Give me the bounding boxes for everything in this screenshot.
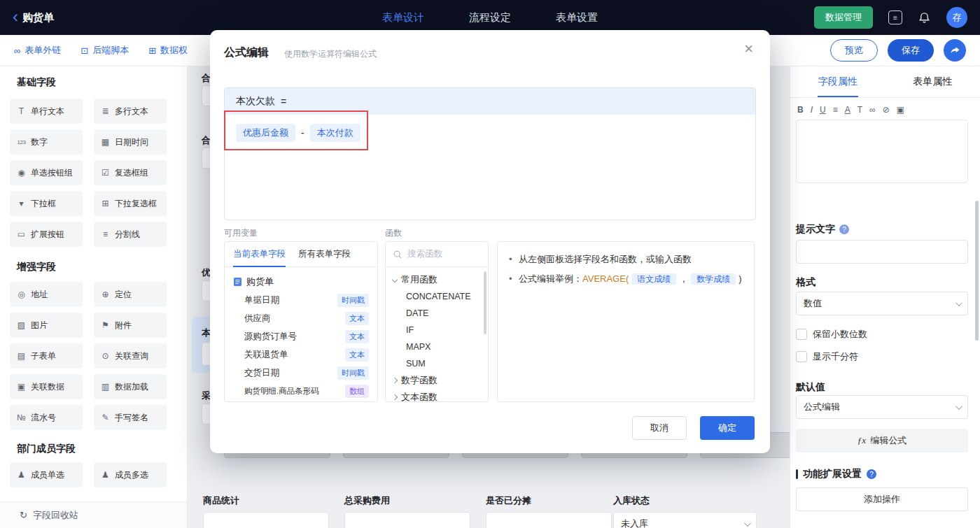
field-item-label: 分割线 (115, 229, 140, 241)
function-item[interactable]: MAPX (393, 338, 481, 355)
field-item-location[interactable]: ⊕定位 (94, 282, 167, 307)
tab-all-form-fields[interactable]: 所有表单字段 (298, 248, 351, 260)
field-item-related-data[interactable]: ▣关联数据 (10, 374, 83, 399)
field-item-label: 成员单选 (31, 469, 64, 481)
confirm-button[interactable]: 确定 (700, 416, 755, 440)
field-input[interactable] (486, 512, 612, 528)
field-input[interactable] (203, 512, 329, 528)
field-item-divider[interactable]: ≡分割线 (94, 222, 167, 247)
edit-formula-button[interactable]: ƒx 编辑公式 (796, 429, 968, 452)
field-input[interactable] (344, 512, 470, 528)
field-item-signature[interactable]: ✎手写签名 (94, 405, 167, 430)
help-icon[interactable]: ? (839, 224, 849, 234)
align-icon[interactable]: ≡ (833, 105, 838, 115)
variable-row[interactable]: 关联退货单 文本 (233, 345, 369, 364)
function-search[interactable]: 搜索函数 (386, 242, 488, 267)
formula-input-area[interactable]: 优惠后金额 - 本次付款 (225, 115, 755, 220)
tab-field-properties[interactable]: 字段属性 (790, 66, 886, 97)
field-item-image[interactable]: ▨图片 (10, 313, 83, 338)
field-item-data-load[interactable]: ▥数据加载 (94, 374, 167, 399)
save-button[interactable]: 保存 (888, 39, 934, 62)
bold-icon[interactable]: B (797, 105, 804, 115)
field-item-dropdown-checkbox[interactable]: ⊞下拉复选框 (94, 191, 167, 216)
font-size-icon[interactable]: T (858, 105, 862, 115)
variable-row[interactable]: 购货明细.商品条形码 数组 (233, 382, 369, 400)
app-switch-icon[interactable]: ≡ (888, 10, 902, 24)
field-item-related-query[interactable]: ⊙关联查询 (94, 343, 167, 369)
data-manage-button[interactable]: 数据管理 (814, 6, 873, 29)
field-item-label: 关联数据 (31, 381, 64, 393)
tab-form-design[interactable]: 表单设计 (382, 11, 424, 24)
field-item-subform[interactable]: ▤子表单 (10, 343, 83, 369)
font-color-icon[interactable]: A (845, 105, 850, 115)
field-item-checkbox-group[interactable]: ☑复选框组 (94, 160, 167, 185)
field-item-datetime[interactable]: ▦日期时间 (94, 129, 167, 155)
tab-flow-settings[interactable]: 流程设定 (469, 11, 511, 24)
field-title-editor[interactable] (796, 120, 968, 183)
field-item-member-multi[interactable]: ♟成员多选 (94, 462, 167, 487)
external-link-button[interactable]: ∞ 表单外链 (14, 44, 61, 57)
function-item[interactable]: DATE (393, 305, 481, 322)
field-item-address[interactable]: ◎地址 (10, 282, 83, 307)
default-value-label: 默认值 (796, 381, 825, 394)
field-item-extend-button[interactable]: ▭扩展按钮 (10, 222, 83, 247)
scrollbar[interactable] (484, 271, 486, 334)
variable-row[interactable]: 供应商 文本 (233, 309, 369, 327)
tab-form-properties[interactable]: 表单属性 (886, 66, 980, 97)
close-icon[interactable]: × (744, 41, 753, 57)
example-label: 公式编辑举例： (519, 273, 582, 284)
chevron-right-icon (392, 378, 398, 383)
member-fields-grid: ♟成员单选 ♟成员多选 (10, 462, 167, 487)
function-group-math[interactable]: 数学函数 (393, 372, 481, 389)
variable-name: 关联退货单 (244, 349, 288, 361)
bell-icon[interactable] (918, 11, 931, 24)
variable-row[interactable]: 交货日期 时间戳 (233, 364, 369, 382)
keep-decimals-checkbox[interactable]: 保留小数位数 (796, 328, 867, 341)
data-grid-icon: ⊞ (148, 45, 156, 56)
tree-root-purchase-order[interactable]: 购货单 (233, 273, 369, 291)
function-item[interactable]: SUM (393, 355, 481, 372)
unlink-icon[interactable]: ⊘ (883, 105, 890, 115)
function-group-common[interactable]: 常用函数 (393, 271, 481, 288)
function-item[interactable]: CONCATENATE (393, 288, 481, 305)
field-item-multi-line-text[interactable]: ≣多行文本 (94, 99, 167, 124)
function-item[interactable]: IF (393, 322, 481, 338)
variable-row[interactable]: 源购货订单号 文本 (233, 327, 369, 345)
help-icon[interactable]: ? (867, 469, 876, 479)
storage-status-select[interactable]: 未入库 (613, 512, 757, 528)
thousands-separator-checkbox[interactable]: 显示千分符 (796, 350, 858, 363)
format-select[interactable]: 数值 (796, 292, 968, 315)
add-action-button[interactable]: 添加操作 (796, 487, 968, 511)
image-icon[interactable]: ▣ (897, 105, 904, 115)
scrollbar[interactable] (975, 201, 979, 341)
field-item-single-line-text[interactable]: T单行文本 (10, 99, 83, 124)
field-item-label: 流水号 (31, 412, 56, 424)
backend-script-button[interactable]: ⊡ 后端脚本 (80, 44, 129, 57)
field-item-serial-number[interactable]: №流水号 (10, 405, 83, 430)
underline-icon[interactable]: U (820, 105, 826, 115)
cancel-button[interactable]: 取消 (632, 416, 687, 440)
field-item-label: 下拉复选框 (115, 198, 157, 210)
variables-label: 可用变量 (224, 227, 258, 239)
back-chevron-icon[interactable]: ‹ (13, 8, 18, 25)
preview-button[interactable]: 预览 (830, 39, 878, 62)
italic-icon[interactable]: I (811, 105, 813, 115)
data-permission-button[interactable]: ⊞ 数据权 (148, 44, 188, 57)
variable-row[interactable]: 单据日期 时间戳 (233, 291, 369, 309)
share-button[interactable] (944, 39, 966, 62)
user-avatar[interactable]: 存 (946, 7, 967, 28)
field-item-dropdown[interactable]: ▾下拉框 (10, 191, 83, 216)
field-item-member-single[interactable]: ♟成员单选 (10, 462, 83, 487)
accent-bar (796, 469, 798, 479)
field-item-number[interactable]: 123数字 (10, 129, 83, 155)
field-item-radio-group[interactable]: ◉单选按钮组 (10, 160, 83, 185)
tab-current-form-fields[interactable]: 当前表单字段 (233, 248, 286, 260)
hint-text-input[interactable] (796, 240, 968, 264)
tab-form-settings[interactable]: 表单设置 (556, 11, 598, 24)
function-group-text[interactable]: 文本函数 (393, 389, 481, 402)
field-item-attachment[interactable]: ⚑附件 (94, 313, 167, 338)
modal-subtitle: 使用数学运算符编辑公式 (284, 48, 377, 60)
field-recycle-bin[interactable]: ↻ 字段回收站 (0, 501, 187, 528)
default-value-select[interactable]: 公式编辑 (796, 395, 968, 419)
link-icon[interactable]: ∞ (869, 105, 876, 115)
